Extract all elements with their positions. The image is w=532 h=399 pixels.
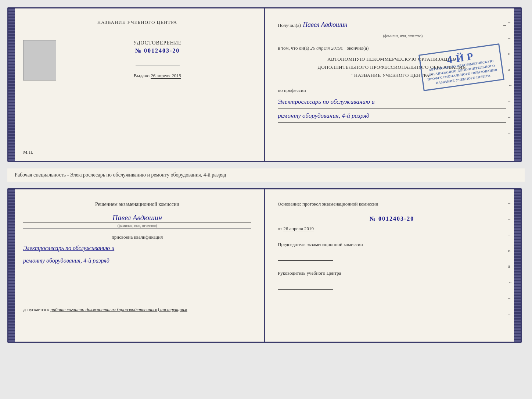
mp-label: М.П.	[23, 149, 33, 155]
marker-1: –	[508, 19, 513, 25]
marker-b6: ←	[508, 279, 513, 285]
cert-title: НАЗВАНИЕ УЧЕБНОГО ЦЕНТРА	[23, 19, 251, 25]
sign-line-1	[23, 272, 251, 279]
marker-b1: –	[508, 200, 513, 206]
qual-line1: Электрослесарь по обслуживанию и	[23, 243, 251, 254]
bottom-left-panel: Решением экзаменационной комиссии Павел …	[8, 189, 265, 342]
predsedatel-label: Председатель экзаменационной комиссии	[278, 241, 506, 248]
sign-lines	[23, 272, 251, 301]
допускается-label: допускается к	[23, 307, 49, 312]
edge-strip-right-top	[514, 8, 521, 161]
cert-label: УДОСТОВЕРЕНИЕ	[64, 40, 251, 46]
right-markers-top: – – и а ← – – – – –	[508, 19, 513, 162]
bottom-document: Решением экзаменационной комиссии Павел …	[7, 188, 522, 343]
received-label: Получил(а)	[278, 22, 301, 29]
marker-b5: а	[508, 264, 513, 269]
date-value: 26 апреля 2019г.	[310, 45, 344, 51]
marker-b3: –	[508, 232, 513, 238]
recipient-name: Павел Авдюшин	[303, 19, 502, 31]
cert-number-block: УДОСТОВЕРЕНИЕ № 0012403-20 Выдано 26 апр…	[64, 40, 251, 79]
right-markers-bottom: – – – и а ← – – – – – –	[508, 200, 513, 343]
issued-date: 26 апреля 2019	[151, 73, 181, 79]
bottom-right-panel: Основание: протокол экзаменационной коми…	[265, 189, 521, 342]
top-left-panel: НАЗВАНИЕ УЧЕБНОГО ЦЕНТРА УДОСТОВЕРЕНИЕ №…	[8, 8, 265, 161]
top-right-panel: Получил(а) Павел Авдюшин – (фамилия, имя…	[265, 8, 521, 161]
sign-line-2	[23, 283, 251, 290]
rukovod-sign	[278, 281, 333, 290]
marker-2: –	[508, 35, 513, 41]
sign-line-3	[23, 294, 251, 301]
middle-text: Рабочая специальность - Электрослесарь п…	[7, 168, 525, 182]
profession-line2: ремонту оборудования, 4-й разряд	[278, 110, 506, 123]
photo-box	[23, 40, 56, 81]
marker-5: ←	[508, 83, 513, 88]
cert-photo-area: УДОСТОВЕРЕНИЕ № 0012403-20 Выдано 26 апр…	[23, 40, 251, 81]
marker-4: а	[508, 67, 513, 72]
marker-b7: –	[508, 295, 513, 301]
recipient-line: Получил(а) Павел Авдюшин –	[278, 19, 506, 31]
marker-b9: –	[508, 327, 513, 332]
marker-b4: и	[508, 248, 513, 253]
qual-line2: ремонту оборудования, 4-й разряд	[23, 256, 251, 266]
допускается-block: допускается к работе согласно должностны…	[23, 307, 251, 313]
person-name-bottom: Павел Авдюшин	[23, 214, 251, 222]
cert-number: № 0012403-20	[64, 47, 251, 54]
page-wrapper: НАЗВАНИЕ УЧЕБНОГО ЦЕНТРА УДОСТОВЕРЕНИЕ №…	[7, 7, 525, 343]
fio-label-bottom: (фамилия, имя, отчество)	[23, 224, 251, 229]
predsedatel-block: Председатель экзаменационной комиссии	[278, 241, 506, 263]
okончil-label: окончил(а)	[346, 45, 369, 51]
qual-label: присвоена квалификация	[23, 234, 251, 240]
protocol-number-bottom: № 0012403-20	[278, 215, 506, 222]
marker-6: –	[508, 99, 513, 104]
rukovod-label: Руководитель учебного Центра	[278, 270, 506, 277]
допускается-value: работе согласно должностным (производств…	[50, 307, 187, 312]
fio-label-top: (фамилия, имя, отчество)	[300, 33, 506, 39]
resolution-title: Решением экзаменационной комиссии	[23, 200, 251, 208]
marker-8: –	[508, 130, 513, 136]
top-document: НАЗВАНИЕ УЧЕБНОГО ЦЕНТРА УДОСТОВЕРЕНИЕ №…	[7, 7, 522, 162]
rukovod-block: Руководитель учебного Центра	[278, 270, 506, 291]
marker-b8: –	[508, 311, 513, 317]
v-tom-label: в том, что он(а)	[278, 45, 309, 51]
profession-label: по профессии	[278, 87, 506, 95]
ot-label: от	[278, 226, 282, 231]
issued-label: Выдано	[134, 73, 150, 78]
marker-3: и	[508, 51, 513, 57]
predsedatel-sign	[278, 252, 333, 261]
middle-text-content: Рабочая специальность - Электрослесарь п…	[15, 172, 226, 178]
cert-issued: Выдано 26 апреля 2019	[64, 73, 251, 79]
marker-9: –	[508, 146, 513, 152]
marker-b2: –	[508, 216, 513, 222]
ot-date-val: 26 апреля 2019	[283, 226, 314, 232]
osnov-title: Основание: протокол экзаменационной коми…	[278, 200, 506, 208]
marker-7: –	[508, 114, 513, 120]
ot-date: от 26 апреля 2019	[278, 226, 506, 232]
doc-inner-top: НАЗВАНИЕ УЧЕБНОГО ЦЕНТРА УДОСТОВЕРЕНИЕ №…	[8, 8, 521, 161]
edge-strip-right-bottom	[514, 189, 521, 342]
profession-line1: Электрослесарь по обслуживанию и	[278, 96, 506, 109]
doc-inner-bottom: Решением экзаменационной комиссии Павел …	[8, 189, 521, 342]
